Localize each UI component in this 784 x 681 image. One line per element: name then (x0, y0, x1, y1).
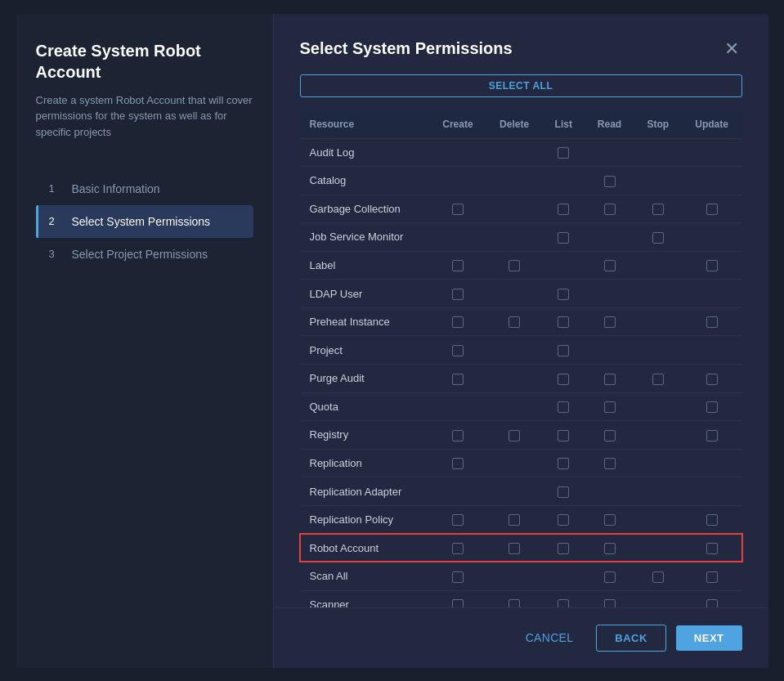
cell-delete-4 (486, 251, 542, 280)
checkbox-update-16[interactable] (706, 599, 718, 607)
col-header-create: Create (429, 110, 486, 139)
checkbox-list-16[interactable] (558, 599, 569, 607)
cell-update-15 (682, 562, 742, 590)
checkbox-create-10[interactable] (452, 430, 464, 441)
cell-read-16 (585, 590, 634, 607)
checkbox-update-6[interactable] (706, 316, 718, 328)
checkbox-update-9[interactable] (706, 401, 718, 413)
checkbox-create-14[interactable] (452, 543, 464, 554)
checkbox-read-2[interactable] (604, 204, 616, 215)
col-header-update: Update (682, 110, 742, 139)
resource-name-9: Quota (300, 392, 429, 421)
checkbox-list-11[interactable] (558, 458, 569, 469)
checkbox-list-5[interactable] (558, 289, 569, 300)
checkbox-delete-13[interactable] (508, 514, 520, 526)
checkbox-update-13[interactable] (706, 514, 718, 526)
checkbox-create-8[interactable] (452, 374, 464, 385)
step-number-3: 3 (49, 248, 62, 260)
col-header-read: Read (585, 110, 634, 139)
close-button[interactable]: ✕ (721, 37, 742, 61)
table-row: Replication (300, 449, 742, 477)
checkbox-create-2[interactable] (452, 204, 464, 215)
cell-create-12 (429, 477, 486, 506)
checkbox-create-7[interactable] (452, 345, 464, 356)
cell-read-1 (585, 167, 634, 195)
main-header: Select System Permissions ✕ (274, 14, 768, 74)
checkbox-stop-2[interactable] (652, 204, 664, 215)
checkbox-delete-4[interactable] (508, 260, 520, 271)
step-3[interactable]: 3 Select Project Permissions (36, 238, 253, 271)
cell-list-9 (542, 392, 585, 421)
select-all-button[interactable]: SELECT ALL (300, 74, 742, 97)
cell-delete-10 (486, 421, 542, 450)
checkbox-read-9[interactable] (604, 401, 616, 413)
checkbox-stop-15[interactable] (652, 571, 664, 583)
cell-delete-11 (486, 449, 542, 477)
step-number-1: 1 (49, 182, 62, 195)
checkbox-update-14[interactable] (706, 543, 718, 554)
checkbox-delete-6[interactable] (508, 316, 520, 328)
step-1[interactable]: 1 Basic Information (36, 172, 253, 205)
resource-name-6: Preheat Instance (300, 307, 429, 336)
checkbox-list-10[interactable] (558, 430, 569, 441)
checkbox-update-10[interactable] (706, 430, 718, 441)
checkbox-read-13[interactable] (604, 514, 616, 526)
checkbox-read-4[interactable] (604, 260, 616, 271)
checkbox-list-12[interactable] (558, 486, 569, 498)
checkbox-read-10[interactable] (604, 430, 616, 441)
checkbox-list-8[interactable] (558, 374, 569, 385)
resource-name-11: Replication (300, 449, 429, 477)
checkbox-list-2[interactable] (558, 204, 569, 215)
checkbox-list-9[interactable] (558, 401, 569, 413)
checkbox-list-3[interactable] (558, 232, 569, 244)
dialog-overlay: Create System Robot Account Create a sys… (0, 0, 784, 681)
step-label-3: Select Project Permissions (72, 248, 208, 261)
checkbox-delete-10[interactable] (508, 430, 520, 441)
checkbox-stop-8[interactable] (652, 374, 664, 385)
checkbox-read-14[interactable] (604, 543, 616, 554)
checkbox-update-2[interactable] (706, 204, 718, 215)
checkbox-create-4[interactable] (452, 260, 464, 271)
checkbox-delete-16[interactable] (508, 599, 520, 607)
checkbox-stop-3[interactable] (652, 232, 664, 244)
table-row: Audit Log (300, 138, 742, 167)
checkbox-read-15[interactable] (604, 571, 616, 583)
cell-delete-5 (486, 280, 542, 308)
checkbox-create-6[interactable] (452, 316, 464, 328)
step-2[interactable]: 2 Select System Permissions (36, 205, 253, 238)
checkbox-create-11[interactable] (452, 458, 464, 469)
cell-stop-11 (634, 449, 682, 477)
cell-delete-14 (486, 534, 542, 562)
next-button[interactable]: NEXT (676, 625, 742, 651)
checkbox-list-7[interactable] (558, 345, 569, 356)
checkbox-list-0[interactable] (558, 147, 569, 159)
cancel-button[interactable]: CANCEL (513, 625, 587, 651)
col-header-list: List (542, 110, 585, 139)
checkbox-list-6[interactable] (558, 316, 569, 328)
cell-delete-15 (486, 562, 542, 590)
permissions-table-container: ResourceCreateDeleteListReadStopUpdate A… (274, 110, 768, 607)
checkbox-read-11[interactable] (604, 458, 616, 469)
back-button[interactable]: BACK (596, 625, 666, 652)
resource-name-16: Scanner (300, 590, 429, 607)
checkbox-read-6[interactable] (604, 316, 616, 328)
checkbox-update-15[interactable] (706, 571, 718, 583)
checkbox-delete-14[interactable] (508, 543, 520, 554)
table-row: Quota (300, 392, 742, 421)
checkbox-update-4[interactable] (706, 260, 718, 271)
checkbox-create-13[interactable] (452, 514, 464, 526)
cell-update-9 (682, 392, 742, 421)
checkbox-update-8[interactable] (706, 374, 718, 385)
resource-name-3: Job Service Monitor (300, 223, 429, 252)
checkbox-create-16[interactable] (452, 599, 464, 607)
checkbox-create-5[interactable] (452, 289, 464, 300)
checkbox-list-14[interactable] (558, 543, 569, 554)
checkbox-read-1[interactable] (604, 176, 616, 187)
step-label-1: Basic Information (72, 182, 160, 195)
checkbox-list-13[interactable] (558, 514, 569, 526)
checkbox-read-16[interactable] (604, 599, 616, 607)
cell-stop-0 (634, 138, 682, 167)
sidebar-title: Create System Robot Account (36, 40, 253, 83)
checkbox-create-15[interactable] (452, 571, 464, 583)
checkbox-read-8[interactable] (604, 374, 616, 385)
